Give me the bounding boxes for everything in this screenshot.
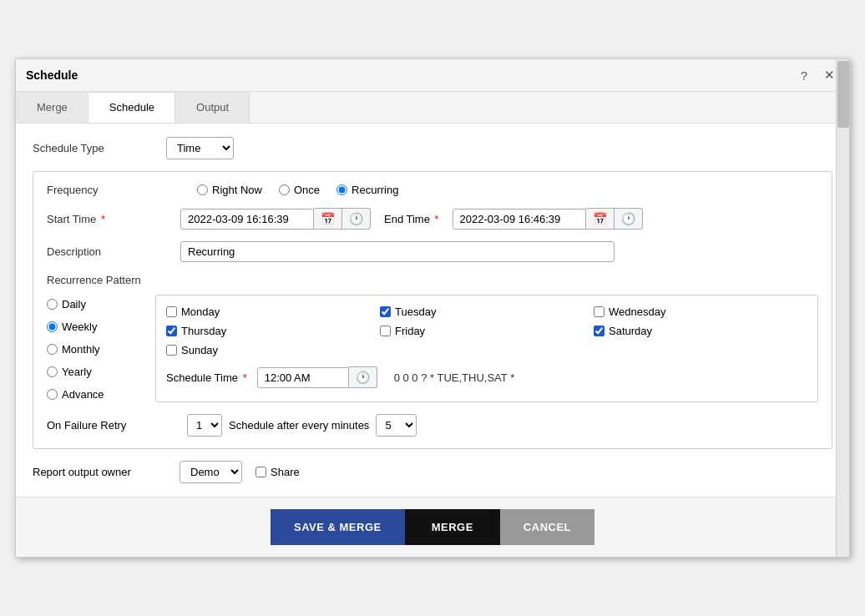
schedule-time-group: 🕐 xyxy=(257,366,377,388)
day-saturday-checkbox[interactable] xyxy=(594,326,604,336)
freq-once-label[interactable]: Once xyxy=(279,184,320,196)
schedule-type-row: Schedule Type Time Event Manual xyxy=(33,137,832,159)
tab-bar: Merge Schedule Output xyxy=(16,92,849,124)
end-time-input[interactable] xyxy=(453,209,586,230)
day-tuesday-checkbox[interactable] xyxy=(380,306,391,317)
recurrence-weekly-text: Weekly xyxy=(62,321,97,333)
day-friday-checkbox[interactable] xyxy=(380,326,391,336)
freq-right-now-label[interactable]: Right Now xyxy=(197,184,262,196)
owner-select[interactable]: Demo Admin xyxy=(180,461,242,483)
share-checkbox[interactable] xyxy=(255,467,266,477)
day-wednesday-label[interactable]: Wednesday xyxy=(594,305,807,318)
recurrence-options: Daily Weekly Monthly Yearly xyxy=(47,295,155,402)
after-every-text: Schedule after every minutes xyxy=(229,419,369,432)
schedule-box: Frequency Right Now Once Recurring Start… xyxy=(33,171,832,449)
recurrence-monthly-text: Monthly xyxy=(62,343,100,356)
cron-expression: 0 0 0 ? * TUE,THU,SAT * xyxy=(394,371,515,384)
recurrence-yearly-text: Yearly xyxy=(62,366,92,378)
recurrence-weekly-label[interactable]: Weekly xyxy=(47,321,139,333)
share-text: Share xyxy=(271,466,300,478)
recurrence-monthly-radio[interactable] xyxy=(47,344,58,355)
recurrence-detail: Monday Tuesday Wednesday xyxy=(155,295,818,402)
days-grid: Monday Tuesday Wednesday xyxy=(166,305,807,356)
start-time-group: 📅 🕐 xyxy=(180,208,371,230)
recurrence-weekly-radio[interactable] xyxy=(47,321,58,332)
footer: SAVE & MERGE MERGE CANCEL xyxy=(16,497,849,557)
schedule-time-input[interactable] xyxy=(257,367,349,388)
day-monday-checkbox[interactable] xyxy=(166,306,177,317)
day-wednesday-checkbox[interactable] xyxy=(594,306,604,317)
start-time-required: * xyxy=(101,213,105,225)
recurrence-pattern-label: Recurrence Pattern xyxy=(47,274,818,286)
end-time-label: End Time * xyxy=(384,213,439,225)
day-friday-label[interactable]: Friday xyxy=(380,325,594,337)
end-time-required: * xyxy=(435,213,439,225)
freq-once-text: Once xyxy=(294,184,320,196)
owner-label: Report output owner xyxy=(33,466,166,478)
schedule-type-control: Time Event Manual xyxy=(166,137,832,159)
start-time-clock-icon[interactable]: 🕐 xyxy=(342,208,371,230)
cancel-button[interactable]: CANCEL xyxy=(500,509,594,545)
day-sunday-label[interactable]: Sunday xyxy=(166,344,380,356)
start-time-label: Start Time * xyxy=(47,213,180,225)
tab-output[interactable]: Output xyxy=(175,92,250,123)
start-time-calendar-icon[interactable]: 📅 xyxy=(314,208,342,230)
freq-recurring-radio[interactable] xyxy=(336,184,347,195)
schedule-time-required: * xyxy=(243,371,247,384)
day-thursday-checkbox[interactable] xyxy=(166,326,177,336)
day-thursday-label[interactable]: Thursday xyxy=(166,325,380,337)
merge-button[interactable]: MERGE xyxy=(405,509,500,545)
schedule-type-select[interactable]: Time Event Manual xyxy=(166,137,234,159)
recurrence-daily-label[interactable]: Daily xyxy=(47,298,139,311)
scrollbar[interactable] xyxy=(836,59,849,557)
recurrence-yearly-radio[interactable] xyxy=(47,366,58,377)
day-monday-label[interactable]: Monday xyxy=(166,305,380,318)
description-label: Description xyxy=(47,245,180,258)
day-friday-text: Friday xyxy=(395,325,425,337)
recurrence-section: Daily Weekly Monthly Yearly xyxy=(47,295,818,402)
tab-schedule[interactable]: Schedule xyxy=(89,92,175,123)
owner-row: Report output owner Demo Admin Share xyxy=(33,461,832,483)
failure-row: On Failure Retry 1 2 3 5 Schedule after … xyxy=(47,414,818,437)
help-button[interactable]: ? xyxy=(797,67,812,84)
day-sunday-checkbox[interactable] xyxy=(166,345,177,356)
recurrence-advance-text: Advance xyxy=(62,388,104,401)
end-time-calendar-icon[interactable]: 📅 xyxy=(586,208,615,230)
recurrence-advance-label[interactable]: Advance xyxy=(47,388,139,401)
dialog-title: Schedule xyxy=(26,68,78,82)
title-bar: Schedule ? ✕ xyxy=(16,59,849,92)
day-thursday-text: Thursday xyxy=(181,325,226,337)
frequency-row: Frequency Right Now Once Recurring xyxy=(47,184,818,196)
on-failure-label: On Failure Retry xyxy=(47,419,180,432)
day-sunday-text: Sunday xyxy=(181,344,218,356)
main-content: Schedule Type Time Event Manual Frequenc… xyxy=(16,124,849,497)
freq-once-radio[interactable] xyxy=(279,184,290,195)
freq-right-now-radio[interactable] xyxy=(197,184,208,195)
day-saturday-label[interactable]: Saturday xyxy=(594,325,807,337)
schedule-time-clock-icon[interactable]: 🕐 xyxy=(349,366,377,388)
day-tuesday-label[interactable]: Tuesday xyxy=(380,305,594,318)
save-merge-button[interactable]: SAVE & MERGE xyxy=(271,509,405,545)
recurrence-yearly-label[interactable]: Yearly xyxy=(47,366,139,378)
share-label[interactable]: Share xyxy=(255,466,300,478)
description-input[interactable] xyxy=(180,241,615,262)
schedule-time-row: Schedule Time * 🕐 0 0 0 ? * TUE,THU,SAT … xyxy=(166,366,807,388)
recurrence-advance-radio[interactable] xyxy=(47,389,58,400)
frequency-label: Frequency xyxy=(47,184,180,196)
retry-select[interactable]: 1 2 3 5 xyxy=(187,414,222,437)
description-row: Description xyxy=(47,241,818,262)
freq-recurring-text: Recurring xyxy=(352,184,398,196)
recurrence-daily-radio[interactable] xyxy=(47,299,58,310)
freq-right-now-text: Right Now xyxy=(212,184,262,196)
end-time-clock-icon[interactable]: 🕐 xyxy=(615,208,643,230)
freq-recurring-label[interactable]: Recurring xyxy=(336,184,398,196)
recurrence-monthly-label[interactable]: Monthly xyxy=(47,343,139,356)
day-monday-text: Monday xyxy=(181,305,220,318)
day-saturday-text: Saturday xyxy=(609,325,652,337)
minutes-select[interactable]: 1 2 5 10 xyxy=(376,414,417,437)
scrollbar-thumb xyxy=(837,61,849,128)
day-wednesday-text: Wednesday xyxy=(609,305,665,318)
start-time-input[interactable] xyxy=(180,209,314,230)
tab-merge[interactable]: Merge xyxy=(16,92,89,123)
recurrence-daily-text: Daily xyxy=(62,298,86,311)
